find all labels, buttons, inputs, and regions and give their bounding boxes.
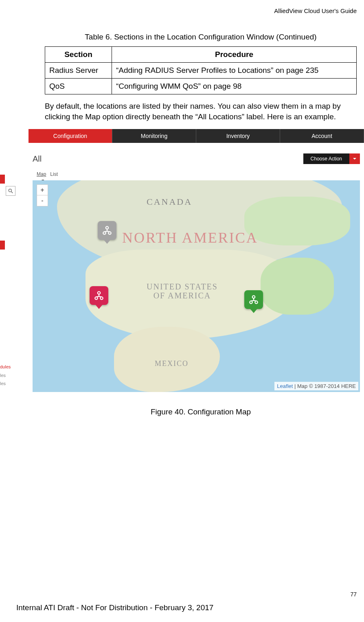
- map-landmass: [261, 258, 334, 315]
- leaflet-link[interactable]: Leaflet: [277, 383, 293, 389]
- map-attribution: Leaflet | Map © 1987-2014 HERE: [274, 382, 358, 390]
- nav-bar: Configuration Monitoring Inventory Accou…: [0, 129, 364, 143]
- location-pin-grey[interactable]: [98, 221, 116, 240]
- tab-configuration[interactable]: Configuration: [29, 129, 112, 143]
- svg-point-14: [252, 296, 255, 299]
- svg-point-0: [9, 189, 11, 192]
- footer-draft-notice: Internal ATI Draft - Not For Distributio…: [16, 603, 213, 612]
- map-label-line: UNITED STATES: [147, 282, 218, 291]
- svg-point-5: [108, 232, 111, 235]
- device-icon: [248, 294, 259, 305]
- page-number: 77: [350, 591, 357, 598]
- svg-point-17: [255, 301, 258, 304]
- cell-procedure: “Configuring WMM QoS” on page 98: [112, 79, 356, 94]
- th-section: Section: [45, 47, 112, 63]
- body-paragraph: By default, the locations are listed by …: [45, 101, 357, 122]
- cell-procedure: “Adding RADIUS Server Profiles to Locati…: [112, 63, 356, 79]
- sidebar-accent: [0, 241, 5, 250]
- table-row: QoS “Configuring WMM QoS” on page 98: [45, 79, 357, 94]
- view-toggle: Map List ↖: [37, 171, 58, 177]
- embedded-screenshot: Configuration Monitoring Inventory Accou…: [0, 129, 364, 395]
- svg-line-12: [96, 296, 99, 297]
- tab-inventory[interactable]: Inventory: [196, 129, 280, 143]
- map[interactable]: CANADA NORTH AMERICA UNITED STATES OF AM…: [33, 180, 360, 392]
- table-caption: Table 6. Sections in the Location Config…: [45, 33, 357, 42]
- figure-caption: Figure 40. Configuration Map: [45, 407, 357, 416]
- map-landmass: [244, 197, 350, 245]
- sidebar: dules les les: [0, 143, 29, 395]
- page-title: All: [33, 154, 42, 164]
- svg-point-2: [106, 227, 109, 230]
- svg-point-11: [100, 297, 103, 300]
- cell-section: Radius Server: [45, 63, 112, 79]
- th-procedure: Procedure: [112, 47, 356, 63]
- view-list-link[interactable]: List: [50, 171, 58, 177]
- location-pin-red[interactable]: [90, 286, 108, 305]
- map-label-canada: CANADA: [147, 197, 192, 207]
- cell-section: QoS: [45, 79, 112, 94]
- svg-line-7: [107, 231, 110, 232]
- sidebar-item-label[interactable]: dules: [0, 363, 11, 371]
- sidebar-item-label[interactable]: les: [0, 379, 11, 388]
- svg-line-6: [105, 231, 107, 232]
- svg-line-13: [99, 296, 102, 297]
- nav-spacer: [0, 129, 29, 143]
- choose-action-label: Choose Action: [303, 153, 349, 164]
- table-row: Radius Server “Adding RADIUS Server Prof…: [45, 63, 357, 79]
- device-icon: [94, 290, 104, 301]
- svg-line-18: [251, 300, 254, 301]
- svg-point-8: [98, 292, 101, 295]
- tab-monitoring[interactable]: Monitoring: [112, 129, 196, 143]
- sections-table: Section Procedure Radius Server “Adding …: [45, 46, 357, 94]
- map-label-north-america: NORTH AMERICA: [122, 229, 258, 246]
- svg-point-10: [95, 297, 98, 300]
- map-label-line: OF AMERICA: [153, 291, 211, 300]
- svg-line-1: [11, 192, 13, 193]
- tab-account[interactable]: Account: [280, 129, 364, 143]
- view-map-link[interactable]: Map: [37, 171, 46, 177]
- attribution-text: | Map © 1987-2014 HERE: [293, 383, 356, 389]
- zoom-out-button[interactable]: -: [37, 195, 48, 206]
- svg-point-4: [103, 232, 106, 235]
- sidebar-item-label[interactable]: les: [0, 371, 11, 380]
- map-label-usa: UNITED STATES OF AMERICA: [147, 282, 218, 300]
- device-icon: [102, 225, 112, 236]
- svg-point-16: [250, 301, 252, 304]
- zoom-in-button[interactable]: +: [37, 185, 48, 195]
- search-icon[interactable]: [6, 186, 15, 196]
- zoom-control: + -: [37, 184, 48, 206]
- sidebar-accent: [0, 175, 5, 184]
- running-header: AlliedView Cloud User's Guide: [274, 7, 357, 14]
- svg-line-19: [254, 300, 257, 301]
- sidebar-labels: dules les les: [0, 363, 11, 388]
- choose-action-dropdown[interactable]: Choose Action: [303, 153, 360, 164]
- map-label-mexico: MEXICO: [155, 359, 189, 368]
- chevron-down-icon[interactable]: [349, 153, 360, 164]
- location-pin-green[interactable]: [244, 290, 263, 309]
